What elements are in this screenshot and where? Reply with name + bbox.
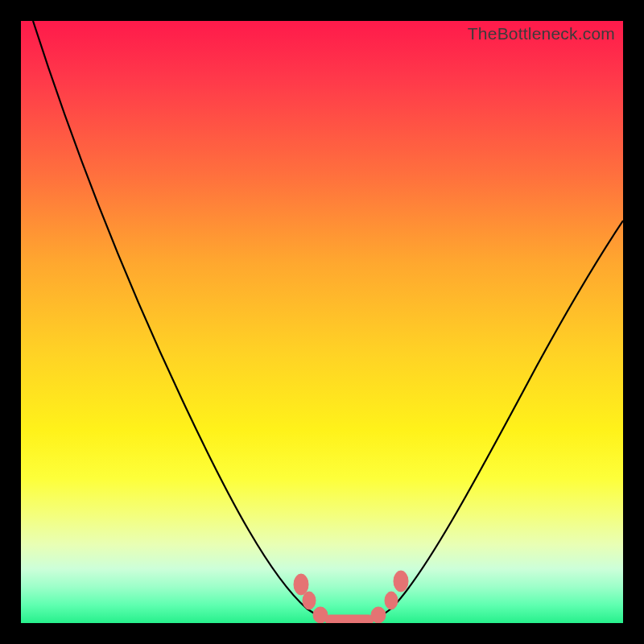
svg-point-1 bbox=[303, 592, 316, 609]
svg-point-4 bbox=[371, 607, 386, 623]
plot-area: TheBottleneck.com bbox=[21, 21, 623, 623]
svg-point-0 bbox=[294, 574, 308, 595]
svg-point-6 bbox=[394, 571, 408, 592]
chart-frame: TheBottleneck.com bbox=[0, 0, 644, 644]
svg-point-5 bbox=[385, 592, 398, 609]
svg-rect-3 bbox=[325, 615, 374, 623]
curve-svg bbox=[21, 21, 623, 623]
trough-markers bbox=[294, 571, 408, 623]
watermark-text: TheBottleneck.com bbox=[468, 24, 615, 43]
bottleneck-curve bbox=[33, 21, 623, 623]
